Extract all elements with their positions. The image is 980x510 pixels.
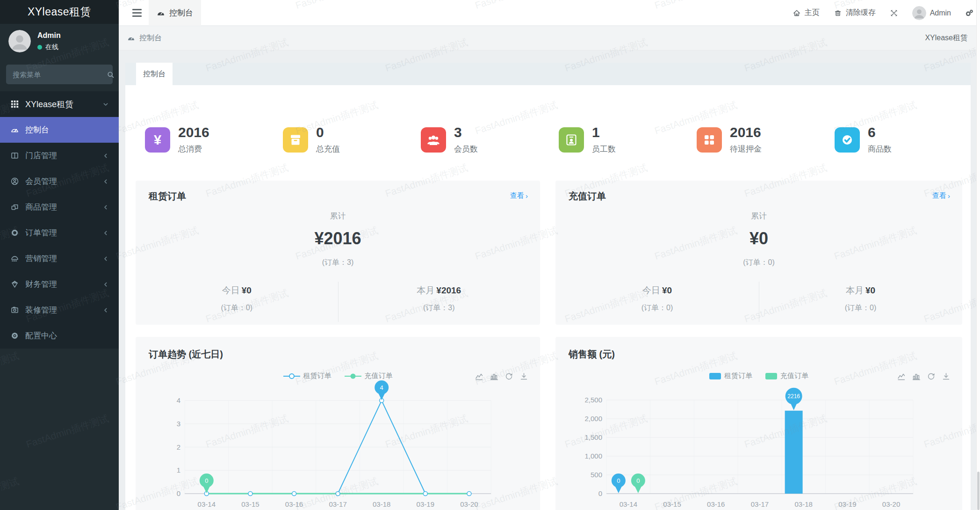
sidebar-item-dashboard[interactable]: 控制台	[0, 117, 119, 143]
svg-text:03-15: 03-15	[241, 500, 259, 508]
finance-icon	[10, 280, 19, 289]
svg-text:2,000: 2,000	[584, 415, 602, 423]
view-link[interactable]: 查看›	[510, 191, 528, 200]
swatch	[765, 373, 777, 379]
stat-value: 2016	[178, 125, 209, 139]
breadcrumb-app-name: XYlease租赁	[925, 33, 968, 43]
users-icon	[421, 127, 446, 153]
topbar: 控制台 主页 清除缓存 Admin	[119, 0, 980, 26]
svg-text:03-20: 03-20	[882, 500, 900, 508]
svg-text:03-16: 03-16	[285, 500, 303, 508]
app-logo[interactable]: XYlease租赁	[0, 0, 119, 24]
stat-products: 6 商品数	[835, 125, 892, 154]
fullscreen-button[interactable]	[890, 9, 898, 17]
stat-label: 商品数	[868, 144, 892, 154]
refresh-icon[interactable]	[505, 372, 513, 380]
expand-icon	[890, 9, 898, 17]
yen-icon: ¥	[145, 127, 170, 153]
user-panel: Admin 在线	[8, 30, 61, 52]
decorate-icon	[10, 306, 19, 314]
sidebar-item-label: 门店管理	[25, 150, 57, 161]
search-icon[interactable]	[107, 71, 115, 79]
svg-text:3: 3	[177, 420, 180, 428]
home-link[interactable]: 主页	[793, 8, 820, 18]
svg-text:0: 0	[636, 477, 640, 484]
total-value: ¥0	[555, 229, 962, 248]
dashboard-icon	[10, 125, 19, 134]
sidebar-item-member[interactable]: 会员管理	[0, 168, 119, 194]
scrollbar-thumb[interactable]	[977, 472, 980, 510]
svg-text:1,000: 1,000	[584, 452, 602, 460]
topbar-right: 主页 清除缓存 Admin	[793, 0, 973, 26]
sidebar-menu: XYlease租赁 控制台 门店管理 会员管理 商品管理	[0, 91, 119, 349]
sidebar-item-label: 营销管理	[25, 253, 57, 264]
lease-orders-panel: 租赁订单 查看› 累计 ¥2016 (订单：3) 今日¥0 (订单：0) 本月¥…	[136, 181, 540, 325]
user-name: Admin	[37, 31, 61, 40]
tab-dashboard[interactable]: 控制台	[136, 63, 173, 85]
sidebar-item-order[interactable]: 订单管理	[0, 220, 119, 246]
svg-text:03-15: 03-15	[663, 500, 681, 508]
sidebar-item-label: 商品管理	[25, 202, 57, 212]
clear-cache-link[interactable]: 清除缓存	[834, 8, 876, 18]
sidebar-item-goods[interactable]: 商品管理	[0, 194, 119, 220]
main-panel: 控制台 ¥ 2016 总消费 0 总充值 3	[125, 63, 971, 510]
legend-item-lease[interactable]: 租赁订单	[283, 372, 331, 380]
chevron-left-icon	[102, 281, 109, 288]
online-dot	[37, 45, 42, 50]
sidebar-item-finance[interactable]: 财务管理	[0, 271, 119, 297]
chevron-left-icon	[102, 204, 109, 211]
stat-value: 1	[592, 125, 616, 139]
download-icon[interactable]	[520, 372, 528, 380]
sidebar-item-decorate[interactable]: 装修管理	[0, 297, 119, 323]
sales-chart: 05001,0001,5002,0002,50003-1403-1503-160…	[555, 337, 962, 510]
bar-chart-icon[interactable]	[912, 372, 920, 380]
topbar-tab-dashboard[interactable]: 控制台	[149, 0, 201, 26]
svg-text:1,500: 1,500	[584, 433, 602, 441]
stat-total-recharge: 0 总充值	[283, 125, 340, 154]
svg-text:03-16: 03-16	[707, 500, 725, 508]
chevron-left-icon	[102, 229, 109, 237]
sidebar-item-store[interactable]: 门店管理	[0, 143, 119, 168]
sidebar-item-marketing[interactable]: 营销管理	[0, 246, 119, 271]
search-input[interactable]	[12, 70, 107, 79]
goods-icon	[10, 203, 19, 211]
today-cell: 今日¥0 (订单：0)	[136, 284, 338, 313]
grid-icon	[10, 100, 19, 109]
total-orders: (订单：0)	[555, 258, 962, 268]
chart-toolbar	[897, 372, 950, 380]
sidebar-item-label: 财务管理	[25, 279, 57, 290]
view-link[interactable]: 查看›	[932, 191, 950, 200]
app: XYlease租赁 Admin 在线 XYlease租赁	[0, 0, 980, 510]
settings-button[interactable]	[965, 9, 973, 17]
legend-item-lease[interactable]: 租赁订单	[709, 372, 752, 380]
legend-item-recharge[interactable]: 充值订单	[345, 372, 393, 380]
bar-chart-icon[interactable]	[490, 372, 498, 380]
breadcrumb: 控制台 XYlease租赁	[119, 26, 980, 51]
gears-icon	[965, 9, 973, 17]
legend-item-recharge[interactable]: 充值订单	[765, 372, 808, 380]
order-trend-chart: 0123403-1403-1503-1603-1703-1803-1903-20…	[136, 337, 540, 510]
refresh-icon[interactable]	[927, 372, 935, 380]
stat-members: 3 会员数	[421, 125, 478, 154]
today-cell: 今日¥0 (订单：0)	[555, 284, 759, 313]
breadcrumb-current[interactable]: 控制台	[127, 33, 162, 43]
line-symbol	[345, 373, 361, 379]
panel-total: 累计 ¥0 (订单：0)	[555, 211, 962, 268]
svg-text:03-18: 03-18	[373, 500, 390, 508]
stat-value: 2016	[730, 125, 762, 139]
svg-text:4: 4	[177, 396, 180, 404]
user-menu[interactable]: Admin	[912, 6, 951, 20]
stat-label: 会员数	[454, 144, 478, 154]
month-cell: 本月¥0 (订单：0)	[759, 284, 962, 313]
sidebar-item-config[interactable]: 配置中心	[0, 323, 119, 349]
sidebar-item-xylease[interactable]: XYlease租赁	[0, 91, 119, 117]
download-icon[interactable]	[942, 372, 950, 380]
recharge-orders-panel: 充值订单 查看› 累计 ¥0 (订单：0) 今日¥0 (订单：0) 本月¥0	[555, 181, 962, 325]
line-chart-icon[interactable]	[475, 372, 483, 380]
sidebar-toggle-button[interactable]	[126, 0, 148, 26]
line-chart-icon[interactable]	[897, 372, 905, 380]
vertical-scrollbar[interactable]	[976, 0, 980, 510]
chart-title: 销售额 (元)	[569, 348, 615, 361]
panel-body: ¥ 2016 总消费 0 总充值 3 会员数	[125, 85, 971, 510]
stat-pending-deposit: 2016 待退押金	[697, 125, 762, 154]
